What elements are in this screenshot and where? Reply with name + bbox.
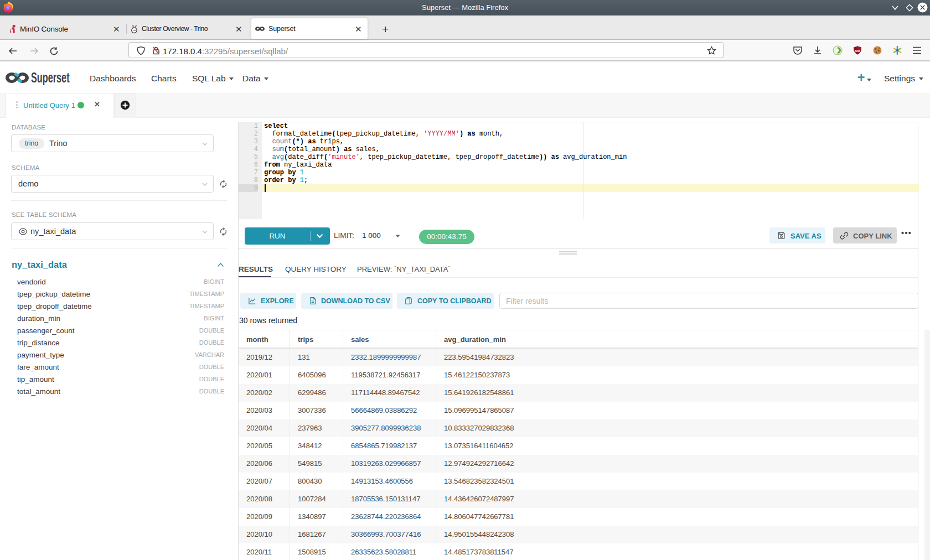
svg-text:uo: uo: [855, 49, 860, 53]
